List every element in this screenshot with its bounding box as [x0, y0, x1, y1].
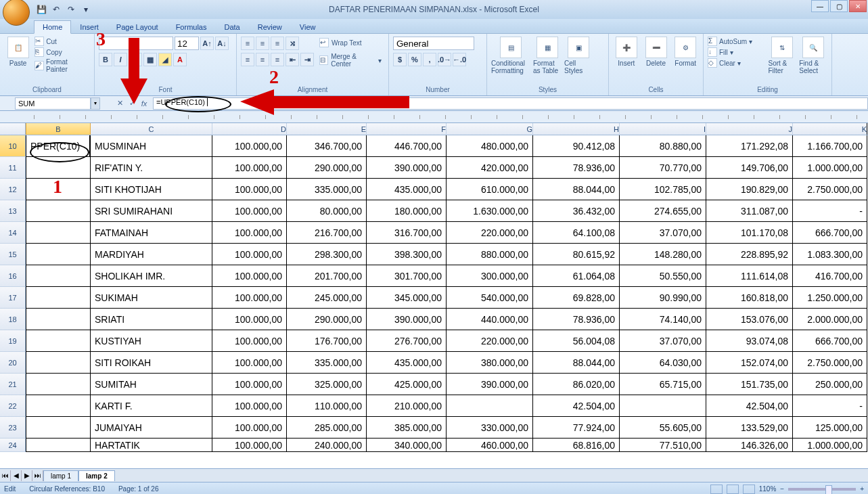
align-left-icon[interactable]: ≡ — [241, 53, 254, 66]
row-header[interactable]: 14 — [0, 222, 26, 244]
cell[interactable]: 240.000,00 — [287, 439, 367, 452]
cell[interactable]: 210.000,00 — [367, 395, 447, 417]
cell[interactable]: MARDIYAH — [91, 244, 212, 265]
col-header-I[interactable]: I — [620, 123, 706, 135]
cell[interactable]: 1.000.000,00 — [793, 157, 867, 179]
cell[interactable]: 425.000,00 — [367, 374, 447, 395]
cell[interactable]: 100.000,00 — [212, 374, 287, 395]
zoom-out-button[interactable]: − — [780, 485, 784, 493]
cell[interactable]: 55.605,00 — [620, 417, 706, 439]
cell[interactable]: 100.000,00 — [212, 135, 287, 157]
underline-button[interactable]: U — [129, 53, 142, 66]
minimize-button[interactable]: — — [811, 0, 829, 12]
cell[interactable]: SHOLIKAH IMR. — [91, 265, 212, 287]
page-layout-view-icon[interactable] — [727, 485, 739, 494]
cell[interactable]: SRIATI — [91, 309, 212, 330]
formula-input[interactable]: =UPPER(C10) — [153, 97, 868, 110]
cell[interactable]: 36.432,00 — [533, 200, 620, 222]
cell[interactable]: 149.706,00 — [706, 157, 793, 179]
fill-button[interactable]: ↓Fill ▾ — [708, 47, 766, 57]
cell[interactable]: 80.000,00 — [287, 200, 367, 222]
cell[interactable]: 380.000,00 — [447, 352, 533, 374]
sheet-tab-lamp1[interactable]: lamp 1 — [43, 470, 78, 481]
cell[interactable]: 2.000.000,00 — [793, 309, 867, 330]
italic-button[interactable]: I — [114, 53, 127, 66]
cell[interactable] — [26, 179, 91, 200]
cell[interactable]: KUSTIYAH — [91, 330, 212, 352]
tab-review[interactable]: Review — [249, 20, 291, 33]
col-header-J[interactable]: J — [706, 123, 793, 135]
align-center-icon[interactable]: ≡ — [256, 53, 269, 66]
cell[interactable]: 152.074,00 — [706, 352, 793, 374]
cell[interactable]: 220.000,00 — [447, 222, 533, 244]
cell[interactable]: 68.816,00 — [533, 439, 620, 452]
cell[interactable]: 325.000,00 — [287, 374, 367, 395]
cell[interactable]: 290.000,00 — [287, 157, 367, 179]
cell[interactable]: 42.504,00 — [533, 395, 620, 417]
bold-button[interactable]: B — [99, 53, 112, 66]
cell[interactable] — [26, 222, 91, 244]
cell[interactable]: 610.000,00 — [447, 179, 533, 200]
cell[interactable]: SUMITAH — [91, 374, 212, 395]
increase-indent-icon[interactable]: ⇥ — [300, 53, 314, 66]
cell[interactable]: 77.924,00 — [533, 417, 620, 439]
format-as-table-button[interactable]: ▦Format as Table — [532, 35, 563, 76]
cell[interactable]: PPER(C10) — [26, 135, 91, 157]
cell[interactable] — [26, 374, 91, 395]
cell[interactable]: 80.880,00 — [620, 135, 706, 157]
cell[interactable]: 440.000,00 — [447, 309, 533, 330]
cell[interactable]: 88.044,00 — [533, 352, 620, 374]
cell[interactable]: SITI KHOTIJAH — [91, 179, 212, 200]
cell[interactable]: 77.510,00 — [620, 439, 706, 452]
cell[interactable]: 110.000,00 — [287, 395, 367, 417]
zoom-in-button[interactable]: + — [860, 485, 864, 493]
cell[interactable]: 78.936,00 — [533, 309, 620, 330]
col-header-E[interactable]: E — [287, 123, 367, 135]
page-break-view-icon[interactable] — [743, 485, 755, 494]
shrink-font-icon[interactable]: A↓ — [215, 37, 229, 50]
cell[interactable]: 250.000,00 — [793, 374, 867, 395]
cell[interactable]: 300.000,00 — [447, 265, 533, 287]
cell[interactable]: 228.895,92 — [706, 244, 793, 265]
cell[interactable]: 64.030,00 — [620, 352, 706, 374]
format-cells-button[interactable]: ⚙Format — [670, 35, 700, 68]
cell[interactable]: RIF'ATIN Y. — [91, 157, 212, 179]
cell[interactable]: 176.700,00 — [287, 330, 367, 352]
redo-icon[interactable]: ↷ — [65, 3, 77, 16]
cell[interactable]: SUKIMAH — [91, 287, 212, 309]
cell[interactable]: JUMAIYAH — [91, 417, 212, 439]
cell[interactable]: 2.750.000,00 — [793, 179, 867, 200]
cell[interactable]: 446.700,00 — [367, 135, 447, 157]
cell[interactable]: 171.292,08 — [706, 135, 793, 157]
first-sheet-icon[interactable]: ⏮ — [0, 470, 11, 481]
cell[interactable]: 65.715,00 — [620, 374, 706, 395]
cell[interactable]: 100.000,00 — [212, 222, 287, 244]
cell[interactable]: 148.280,00 — [620, 244, 706, 265]
align-bottom-icon[interactable]: ≡ — [271, 37, 284, 50]
cell[interactable]: 335.000,00 — [287, 352, 367, 374]
cell[interactable]: 301.700,00 — [367, 265, 447, 287]
cell[interactable] — [26, 200, 91, 222]
percent-format-icon[interactable]: % — [408, 53, 421, 66]
cell[interactable]: - — [793, 200, 867, 222]
tab-page-layout[interactable]: Page Layout — [108, 20, 167, 33]
col-header-H[interactable]: H — [533, 123, 620, 135]
cell[interactable]: 2.750.000,00 — [793, 352, 867, 374]
decrease-decimal-icon[interactable]: ←.0 — [453, 53, 466, 66]
row-header[interactable]: 24 — [0, 439, 26, 452]
row-header[interactable]: 22 — [0, 395, 26, 417]
zoom-slider[interactable] — [788, 488, 856, 491]
cell[interactable]: 666.700,00 — [793, 330, 867, 352]
insert-cells-button[interactable]: ➕Insert — [612, 35, 641, 68]
cell[interactable]: 100.000,00 — [212, 157, 287, 179]
cell[interactable]: 74.140,00 — [620, 309, 706, 330]
cell[interactable]: 274.655,00 — [620, 200, 706, 222]
cell[interactable]: 100.000,00 — [212, 395, 287, 417]
row-header[interactable]: 21 — [0, 374, 26, 395]
align-top-icon[interactable]: ≡ — [241, 37, 254, 50]
cell[interactable]: 216.700,00 — [287, 222, 367, 244]
row-header[interactable]: 15 — [0, 244, 26, 265]
cell[interactable]: 61.064,08 — [533, 265, 620, 287]
name-box-dropdown[interactable]: ▾ — [91, 97, 100, 110]
cell[interactable]: 153.076,00 — [706, 309, 793, 330]
